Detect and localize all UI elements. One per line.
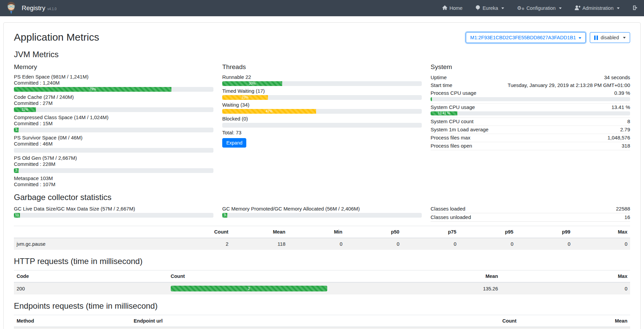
app-title: Registry [22,4,45,12]
brand[interactable]: Registry v4.1.0 [5,1,57,15]
memory-heading: Memory [14,63,213,71]
gears-icon: ⚙⚙ [517,6,524,11]
endpoints-table: MethodEndpoint urlCountMean GET/manageme… [14,315,630,329]
thread-item: Blocked (0) [222,115,422,128]
classes-unloaded-row: Classes unloaded16 [431,213,630,222]
chevron-down-icon [559,7,562,9]
system-row: Start timeTuesday, January 29, 2019 at 2… [431,82,630,89]
gc-table-row: jvm.gc.pause2118000000 [14,238,630,250]
system-heading: System [431,63,630,71]
memory-item: Code Cache (27M / 240M) Committed : 27M … [14,94,213,112]
memory-progress: 2 [14,168,213,173]
memory-progress: 79% [14,87,213,92]
pause-icon [594,36,598,40]
nav-administration[interactable]: Administration [575,5,620,11]
system-row: Process files open318 [431,142,630,150]
memory-item: PS Survivor Space (0M / 46M) Committed :… [14,135,213,153]
http-count-progress: 2 [171,286,328,291]
threads-progress: 47% [222,109,422,114]
sign-out-icon [632,5,638,12]
app-version: v4.1.0 [47,7,57,11]
system-panel: System Uptime34 seconds Start timeTuesda… [431,59,630,190]
instance-selector-dropdown[interactable]: M1:2F93E1CBD2C3FE55BDD8627A3FADD1B1 [466,32,586,43]
system-row: System CPU usage13.41 % 13.41 % [431,104,630,118]
expand-button[interactable]: Expand [222,138,246,148]
page-title: Application Metrics [14,31,99,43]
endpoints-table-header: MethodEndpoint urlCountMean [14,315,630,327]
metrics-card: Application Metrics M1:2F93E1CBD2C3FE55B… [3,22,641,329]
classes-loaded-row: Classes loaded22588 [431,205,630,213]
nav-menu: Home Eureka ⚙⚙ Configuration Administrat… [442,5,620,12]
gc-live-data: GC Live Data Size/GC Max Data Size (57M … [14,204,213,222]
http-requests-heading: HTTP requests (time in millisecond) [14,257,630,266]
user-plus-icon [575,5,580,11]
gc-memory-promoted: GC Memory Promoted/GC Memory Allocated (… [222,204,422,222]
memory-progress [14,148,213,153]
jhipster-logo-icon [5,1,18,15]
broadcast-icon [475,5,480,12]
threads-panel: Threads Runnable 22 30% Timed Waiting (1… [222,59,422,190]
thread-item: Runnable 22 30% [222,74,422,86]
memory-progress: 1 [14,128,213,132]
nav-home[interactable]: Home [442,5,463,11]
memory-item: PS Eden Space (981M / 1,241M) Committed … [14,74,213,92]
chevron-down-icon [501,7,504,9]
threads-progress: 30% [222,81,422,86]
http-requests-table: CodeCountMeanMax 200 2 135.26 0 [14,270,630,294]
memory-item: Compressed Class Space (14M / 1,024M) Co… [14,114,213,132]
chevron-down-icon [623,37,626,39]
home-icon [442,5,448,11]
system-row: Process CPU usage0.39 % [431,89,630,104]
jvm-metrics-heading: JVM Metrics [14,50,630,59]
nav-configuration[interactable]: ⚙⚙ Configuration [517,5,562,11]
gc-progress: 3 [222,213,422,218]
gc-table: CountMeanMinp50p75p95p99Max jvm.gc.pause… [14,226,630,250]
system-row: Uptime34 seconds [431,74,630,82]
chevron-down-icon [579,37,581,39]
sign-out-button[interactable] [632,5,638,12]
system-row: System 1m Load average2.79 [431,126,630,134]
memory-item: PS Old Gen (57M / 2,667M) Committed : 22… [14,155,213,173]
thread-item: Timed Waiting (17) 23% [222,88,422,100]
system-row: System CPU count8 [431,118,630,126]
gc-heading: Garbage collector statistics [14,193,630,202]
http-table-header: CodeCountMeanMax [14,270,630,283]
system-cpu-progress: 13.41 % [431,111,630,115]
gc-classes: Classes loaded22588 Classes unloaded16 [431,205,630,222]
memory-panel: Memory PS Eden Space (981M / 1,241M) Com… [14,59,213,190]
process-cpu-progress [431,97,630,101]
endpoints-table-row: GET/management/threaddump1173.142 [14,327,630,329]
threads-total: Total: 73 [222,130,422,135]
endpoints-requests-heading: Endpoints requests (time in millisecond) [14,301,630,311]
memory-item: Metaspace 103M Committed : 107M [14,175,213,188]
navbar: Registry v4.1.0 Home Eureka ⚙⚙ Configura… [0,0,644,16]
memory-progress: 11% [14,107,213,112]
thread-item: Waiting (34) 47% [222,102,422,114]
chevron-down-icon [617,7,620,9]
gc-table-header: CountMeanMinp50p75p95p99Max [14,226,630,238]
gc-progress: 13 [14,213,213,218]
threads-progress: 23% [222,95,422,100]
threads-progress [222,123,422,128]
refresh-toggle-dropdown[interactable]: disabled [590,32,630,43]
nav-eureka[interactable]: Eureka [475,5,504,12]
threads-heading: Threads [222,63,422,71]
system-row: Process files max1,048,576 [431,134,630,142]
http-table-row: 200 2 135.26 0 [14,282,630,294]
